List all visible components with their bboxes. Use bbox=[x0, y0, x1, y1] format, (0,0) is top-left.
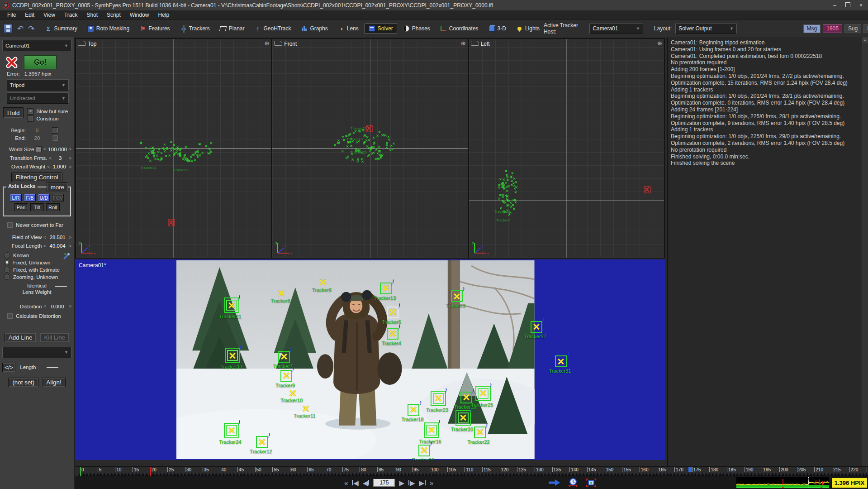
spin-down-icon[interactable]: < bbox=[47, 164, 50, 169]
spin-down-icon[interactable]: < bbox=[43, 304, 46, 309]
tracker-tracker4[interactable]: Tracker4 bbox=[387, 328, 398, 340]
layout-select[interactable]: Solver Output ▼ bbox=[675, 24, 737, 34]
toolbar-button-phases[interactable]: Phases bbox=[399, 24, 434, 34]
tracker-tracker22[interactable]: Tracker22 bbox=[474, 427, 486, 438]
camera-select[interactable]: Camera01 ▼ bbox=[2, 40, 71, 51]
fast-rewind-button[interactable]: « bbox=[344, 479, 348, 486]
tracker-tracker5[interactable]: Tracker5 bbox=[387, 307, 398, 318]
lens-radio-0[interactable]: Known bbox=[4, 252, 71, 258]
lock-lr-button[interactable]: L/R bbox=[10, 194, 22, 201]
constrain-checkbox[interactable] bbox=[27, 115, 33, 122]
toolbar-button-3d[interactable]: 3-D bbox=[484, 24, 510, 34]
undo-icon[interactable]: ↶ bbox=[17, 25, 24, 33]
prev-frame-button[interactable]: ◀ bbox=[363, 479, 370, 486]
scroll-up-icon[interactable]: ▲ bbox=[862, 37, 868, 43]
distortion-value[interactable]: 0.000 bbox=[48, 304, 67, 309]
goto-frame-icon[interactable] bbox=[548, 479, 560, 486]
close-button[interactable]: × bbox=[859, 2, 863, 9]
next-frame-button[interactable]: ▶ bbox=[408, 479, 415, 486]
world-size-value[interactable]: 100.000 bbox=[48, 147, 67, 152]
viewport-maximize-icon[interactable]: ⊕ bbox=[264, 40, 269, 47]
slow-but-sure-checkbox[interactable]: × bbox=[27, 108, 33, 115]
lock-fb-button[interactable]: F/B bbox=[24, 194, 36, 201]
go-to-start-button[interactable]: ◀ bbox=[352, 479, 359, 486]
length-expression-button[interactable]: </> bbox=[2, 363, 15, 372]
spin-up-icon[interactable]: > bbox=[69, 164, 71, 169]
lock-pan-button[interactable]: Pan bbox=[14, 203, 28, 211]
toolbar-button-coord[interactable]: Coordinates bbox=[436, 24, 483, 34]
toolbar-button-lens[interactable]: ◑Lens bbox=[334, 24, 363, 34]
begin-value[interactable]: 0 bbox=[28, 128, 46, 133]
badge-1905[interactable]: 1905 bbox=[823, 24, 842, 33]
minimize-button[interactable]: – bbox=[833, 2, 836, 9]
tracker-tracker16[interactable]: Tracker16 bbox=[424, 422, 439, 438]
line-select[interactable]: ▼ bbox=[2, 347, 71, 358]
tracker-tracker11[interactable]: Tracker11 bbox=[302, 405, 309, 412]
lock-ud-button[interactable]: U/D bbox=[38, 194, 50, 201]
tracker-tracker18[interactable]: Tracker18 bbox=[408, 404, 419, 416]
tracker-tracker31[interactable]: Tracker31 bbox=[555, 355, 567, 367]
tracker-tracker13[interactable]: Tracker13 bbox=[380, 283, 392, 294]
toolbar-button-graphs[interactable]: Graphs bbox=[297, 24, 332, 34]
toolbar-button-summary[interactable]: ΣSummary bbox=[41, 24, 81, 34]
viewport-mode-icon[interactable] bbox=[274, 41, 282, 46]
filtering-control-button[interactable]: Filtering Control bbox=[11, 173, 62, 182]
lock-tilt-button[interactable]: Tilt bbox=[30, 203, 44, 211]
tracker-tracker24[interactable]: Tracker24 bbox=[224, 423, 239, 438]
spin-down-icon[interactable]: < bbox=[43, 235, 46, 240]
toolbar-button-feat[interactable]: ⚑Features bbox=[135, 24, 174, 34]
spin-up-icon[interactable]: > bbox=[69, 244, 71, 249]
tracker-tracker21[interactable]: Tracker21 bbox=[224, 297, 239, 313]
spin-up-icon[interactable]: > bbox=[69, 304, 71, 309]
fast-forward-button[interactable]: » bbox=[430, 479, 433, 486]
current-frame-field[interactable] bbox=[373, 479, 395, 487]
tracker-tracker10[interactable]: Tracker10 bbox=[289, 389, 296, 397]
viewport-top[interactable]: Top⊕Tracker21Tracker9yxz bbox=[76, 39, 271, 258]
tracker-tracker8[interactable]: Tracker8 bbox=[278, 290, 285, 297]
viewport-maximize-icon[interactable]: ⊕ bbox=[657, 40, 662, 47]
never-convert-checkbox[interactable] bbox=[7, 222, 13, 228]
playback-timing-icon[interactable] bbox=[568, 478, 579, 487]
play-button[interactable]: ▶ bbox=[399, 479, 404, 486]
spin-up-icon[interactable]: > bbox=[69, 147, 71, 152]
badge-msg[interactable]: Msg bbox=[803, 24, 821, 33]
toolbar-button-planar[interactable]: Planar bbox=[216, 24, 249, 34]
go-to-end-button[interactable]: ▶ bbox=[419, 479, 426, 486]
spin-down-icon[interactable]: < bbox=[43, 147, 46, 152]
viewport-mode-icon[interactable] bbox=[471, 41, 479, 46]
badge-ia[interactable]: IA bbox=[863, 24, 868, 33]
tracker-tracker19[interactable]: Tracker19 bbox=[460, 392, 472, 403]
menu-item-file[interactable]: File bbox=[3, 11, 20, 19]
menu-item-help[interactable]: Help bbox=[153, 11, 174, 19]
toolbar-button-lights[interactable]: Lights bbox=[512, 24, 544, 34]
end-checkbox[interactable] bbox=[52, 135, 58, 141]
lens-radio-1[interactable]: Fixed, Unknown bbox=[4, 259, 71, 265]
tracker-tracker9[interactable]: Tracker9 bbox=[280, 370, 292, 382]
menu-item-track[interactable]: Track bbox=[60, 11, 82, 19]
more-button[interactable]: more bbox=[47, 182, 68, 192]
lock-fov-button[interactable]: FOV bbox=[52, 194, 64, 201]
viewport-maximize-icon[interactable]: ⊕ bbox=[461, 40, 466, 47]
add-line-button[interactable]: Add Line bbox=[5, 333, 37, 342]
transition-frames-value[interactable]: 3 bbox=[53, 155, 67, 161]
camera-viewport[interactable]: Camera01* bbox=[75, 259, 665, 460]
stop-solve-icon[interactable] bbox=[6, 57, 18, 68]
go-button[interactable]: Go! bbox=[24, 55, 57, 69]
spin-down-icon[interactable]: < bbox=[49, 156, 52, 161]
hold-button[interactable]: Hold bbox=[3, 107, 24, 118]
viewport-mode-icon[interactable] bbox=[78, 41, 86, 46]
menu-item-view[interactable]: View bbox=[39, 11, 60, 19]
tracker-tracker27[interactable]: Tracker27 bbox=[531, 321, 542, 333]
lens-wizard-icon[interactable] bbox=[62, 252, 71, 260]
spin-down-icon[interactable]: < bbox=[43, 244, 46, 249]
lock-roll-button[interactable]: Roll bbox=[46, 203, 60, 211]
toolbar-button-geo[interactable]: †GeoHTrack bbox=[251, 24, 295, 34]
viewport-front[interactable]: Front⊕Tracker13Tracker15Tracker20yxz bbox=[272, 39, 467, 258]
save-icon[interactable] bbox=[4, 24, 13, 33]
tracker-tracker6[interactable]: Tracker6 bbox=[319, 279, 327, 286]
field-of-view-value[interactable]: 28.501 bbox=[48, 235, 67, 240]
badge-sug[interactable]: Sug bbox=[844, 24, 861, 33]
world-size-swatch[interactable] bbox=[36, 146, 42, 152]
maximize-button[interactable] bbox=[845, 2, 850, 9]
log-scrollbar[interactable]: ▲ bbox=[862, 37, 868, 466]
